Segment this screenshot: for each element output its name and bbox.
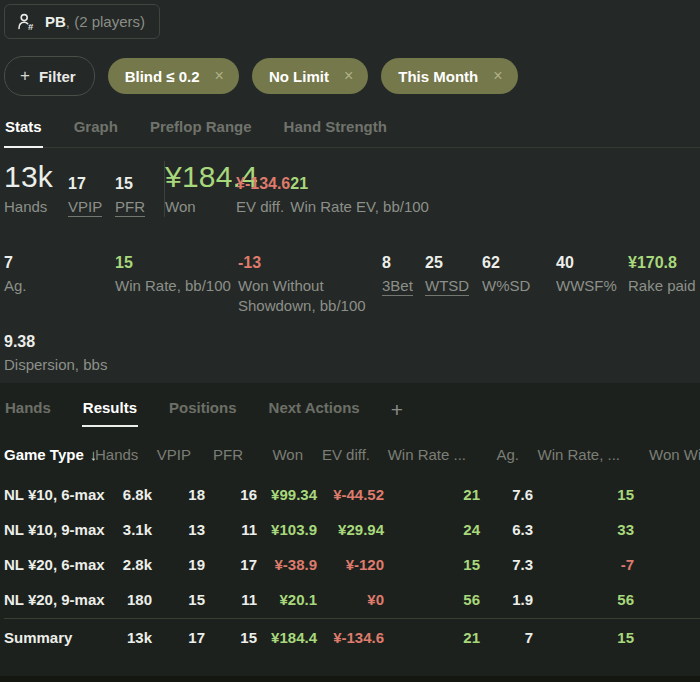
stat-hands: 13k Hands (4, 161, 68, 217)
stat-vpip: 17 VPIP (68, 174, 115, 217)
stat-label: Won Without Showdown, bb/100 (238, 277, 366, 314)
stat-rake-paid: ¥170.8 Rake paid (628, 253, 696, 296)
column-header-win-rate[interactable]: Win Rate ... (384, 446, 480, 463)
stat-value: 7 (4, 253, 115, 272)
stat-value: 15 (115, 174, 160, 193)
row-label: NL ¥20, 9-max (4, 591, 95, 608)
secondary-tab-bar: Hands Results Positions Next Actions + (4, 397, 700, 427)
stat-value: 21 (290, 174, 429, 193)
column-header-game-type[interactable]: Game Type↓ (4, 446, 95, 463)
table-cell: 7 (480, 629, 533, 646)
stat-w-sd: 62 W%SD (482, 253, 556, 296)
stat-value: 15 (115, 253, 238, 272)
table-cell: 17 (205, 556, 257, 573)
filter-chip-blind-0-2[interactable]: Blind ≤ 0.2 × (108, 58, 239, 94)
stat-value: 8 (382, 253, 425, 272)
stat-label: PFR (115, 198, 145, 217)
table-cell: 15 (533, 629, 634, 646)
table-cell: 18 (152, 486, 205, 503)
column-header-win-rate[interactable]: Win Rate, ... (533, 446, 634, 463)
table-cell: 13 (152, 521, 205, 538)
stat-3bet: 8 3Bet (382, 253, 425, 296)
stat-value: 62 (482, 253, 556, 272)
stat-value: 40 (556, 253, 628, 272)
stat-label: WWSF% (556, 277, 617, 294)
tab-hands[interactable]: Hands (4, 397, 52, 425)
tab-results[interactable]: Results (82, 397, 138, 427)
stat-ag: 7 Ag. (4, 253, 115, 296)
table-row-nl-10-6-max[interactable]: NL ¥10, 6-max6.8k1816¥99.34¥-44.52217.61… (4, 477, 700, 512)
filter-chip-label: Blind ≤ 0.2 (125, 68, 200, 85)
row-label: NL ¥10, 9-max (4, 521, 95, 538)
stat-wtsd: 25 WTSD (425, 253, 482, 296)
table-row-nl-20-6-max[interactable]: NL ¥20, 6-max2.8k1917¥-38.9¥-120157.3-7 (4, 547, 700, 582)
table-cell: 2.8k (95, 556, 152, 573)
row-label: NL ¥10, 6-max (4, 486, 95, 503)
table-cell: 11 (205, 521, 257, 538)
column-header-won-wit[interactable]: Won Wit (634, 446, 700, 463)
stat-label: Rake paid (628, 277, 696, 294)
stat-label: Dispersion, bbs (4, 356, 107, 373)
stat-label: Win Rate EV, bb/100 (290, 198, 429, 215)
column-header-vpip[interactable]: VPIP (152, 446, 205, 463)
stat-win-rate-bb-100: 15 Win Rate, bb/100 (115, 253, 238, 296)
row-label: Summary (4, 629, 95, 646)
column-header-ag[interactable]: Ag. (480, 446, 533, 463)
chip-close-icon[interactable]: × (493, 67, 502, 85)
filter-bar: + Filter Blind ≤ 0.2 × No Limit × This M… (4, 56, 700, 96)
tab-positions[interactable]: Positions (168, 397, 238, 425)
table-cell: 13k (95, 629, 152, 646)
table-cell: 1.9 (480, 591, 533, 608)
results-panel: Hands Results Positions Next Actions + G… (0, 383, 700, 676)
table-cell: ¥99.34 (257, 486, 317, 503)
row-label: NL ¥20, 6-max (4, 556, 95, 573)
stat-label: W%SD (482, 277, 530, 294)
tab-graph[interactable]: Graph (73, 113, 119, 147)
column-header-hands[interactable]: Hands (95, 446, 152, 463)
column-header-won[interactable]: Won (257, 446, 317, 463)
tab-preflop-range[interactable]: Preflop Range (149, 113, 253, 147)
stats-row-primary: 13k Hands 17 VPIP 15 PFR ¥184.4 Won ¥-13… (4, 161, 700, 217)
table-cell: 180 (95, 591, 152, 608)
table-cell: ¥-38.9 (257, 556, 317, 573)
stat-won-without-showdown-bb-100: -13 Won Without Showdown, bb/100 (238, 253, 382, 315)
player-selector[interactable]: # PB, (2 players) (4, 4, 160, 39)
tab-next-actions[interactable]: Next Actions (268, 397, 361, 425)
stats-panel: # PB, (2 players) + Filter Blind ≤ 0.2 ×… (0, 0, 700, 383)
table-cell: 21 (384, 629, 480, 646)
table-row-nl-10-9-max[interactable]: NL ¥10, 9-max3.1k1311¥103.9¥29.94246.333 (4, 512, 700, 547)
stat-value: ¥184.4 (165, 161, 236, 193)
table-row-nl-20-9-max[interactable]: NL ¥20, 9-max1801511¥20.1¥0561.956 (4, 582, 700, 617)
table-cell: 16 (205, 486, 257, 503)
table-cell: 19 (152, 556, 205, 573)
add-filter-button[interactable]: + Filter (4, 56, 95, 96)
table-cell: 15 (533, 486, 634, 503)
chip-close-icon[interactable]: × (215, 67, 224, 85)
filter-chip-this-month[interactable]: This Month × (381, 58, 517, 94)
stat-value: 25 (425, 253, 482, 272)
table-cell: 6.3 (480, 521, 533, 538)
column-header-ev-diff[interactable]: EV diff. (317, 446, 384, 463)
bottom-strip (0, 676, 700, 682)
table-cell: -7 (533, 556, 634, 573)
player-count: , (2 players) (66, 13, 145, 30)
add-filter-label: Filter (39, 68, 76, 85)
chip-close-icon[interactable]: × (344, 67, 353, 85)
stat-value: -13 (238, 253, 382, 272)
stat-label: VPIP (68, 198, 102, 217)
stat-wwsf: 40 WWSF% (556, 253, 628, 296)
add-tab-button[interactable]: + (391, 397, 403, 420)
tab-hand-strength[interactable]: Hand Strength (283, 113, 388, 147)
stat-value: ¥170.8 (628, 253, 696, 272)
stat-label: EV diff. (236, 198, 284, 215)
summary-row[interactable]: Summary13k1715¥184.4¥-134.621715 (4, 618, 700, 655)
filter-chip-no-limit[interactable]: No Limit × (252, 58, 368, 94)
filter-chip-label: No Limit (269, 68, 329, 85)
stat-win-rate-ev-bb-100: 21 Win Rate EV, bb/100 (290, 174, 429, 217)
table-header-row: Game Type↓HandsVPIPPFRWonEV diff.Win Rat… (4, 440, 700, 468)
table-cell: ¥184.4 (257, 629, 317, 646)
tab-stats[interactable]: Stats (4, 113, 43, 148)
table-cell: ¥-134.6 (317, 629, 384, 646)
column-header-pfr[interactable]: PFR (205, 446, 257, 463)
primary-tab-bar: Stats Graph Preflop Range Hand Strength (4, 113, 700, 148)
